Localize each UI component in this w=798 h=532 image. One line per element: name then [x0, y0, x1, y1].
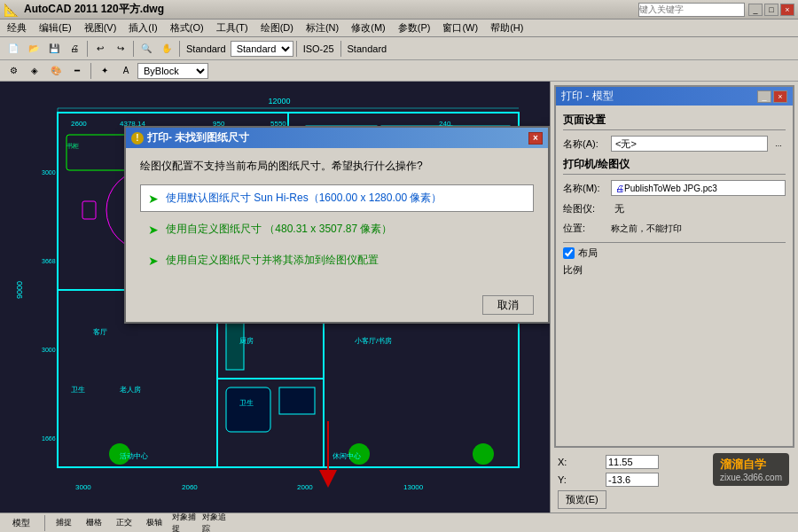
menu-draw[interactable]: 绘图(D)	[255, 20, 299, 35]
printer-name-text: PublishToWeb JPG.pc3	[624, 184, 717, 193]
sep-status	[44, 515, 45, 531]
arrow-icon-3: ➤	[148, 254, 159, 268]
match-button[interactable]: ✦	[95, 61, 114, 81]
printer-name-row: 名称(M): 🖨 PublishToWeb JPG.pc3	[563, 180, 786, 196]
watermark-subtitle: zixue.3d66.com	[720, 473, 782, 482]
polar-button[interactable]: 极轴	[141, 513, 168, 533]
standard-label2: Standard	[344, 43, 391, 54]
printer-name-value: 🖨 PublishToWeb JPG.pc3	[611, 180, 786, 196]
settings-button[interactable]: ⚙	[4, 61, 23, 81]
print-dialog-title: 打印 - 模型 _ ×	[556, 87, 793, 106]
add-button[interactable]: ...	[771, 137, 786, 151]
menu-view[interactable]: 视图(V)	[79, 20, 122, 35]
menu-bar: 经典 编辑(E) 视图(V) 插入(I) 格式(O) 工具(T) 绘图(D) 标…	[0, 20, 798, 37]
page-name-label: 名称(A):	[563, 137, 607, 151]
alert-option-1[interactable]: ➤ 使用默认图纸尺寸 Sun Hi-Res（1600.00 x 1280.00 …	[140, 184, 534, 212]
alert-close-button[interactable]: ×	[528, 132, 543, 145]
layout-checkbox-row: 布局	[563, 246, 786, 260]
print-button[interactable]: 🖨	[65, 39, 84, 59]
watermark-title: 溜溜自学	[720, 457, 782, 473]
toolbar-2: ⚙ ◈ 🎨 ━ ✦ A ByBlock	[0, 60, 798, 82]
preview-button[interactable]: 预览(E)	[558, 490, 606, 509]
zoom-button[interactable]: 🔍	[137, 39, 156, 59]
dialog-overlay: ! 打印- 未找到图纸尺寸 × 绘图仪配置不支持当前布局的图纸尺寸。希望执行什么…	[0, 82, 550, 512]
osnap-button[interactable]: 对象捕捉	[171, 513, 198, 533]
cancel-button[interactable]: 取消	[482, 295, 534, 315]
menu-tools[interactable]: 工具(T)	[211, 20, 254, 35]
page-setup-section: 页面设置	[563, 113, 786, 130]
layer-button[interactable]: ◈	[25, 61, 44, 81]
alert-option-3[interactable]: ➤ 使用自定义图纸尺寸并将其添加到绘图仪配置	[140, 246, 534, 274]
layout-label: 布局	[578, 246, 598, 260]
sep-5	[340, 41, 341, 57]
menu-insert[interactable]: 插入(I)	[123, 20, 162, 35]
page-name-row: 名称(A): <无> ...	[563, 136, 786, 152]
option-1-text: 使用默认图纸尺寸 Sun Hi-Res（1600.00 x 1280.00 像素…	[166, 191, 442, 206]
menu-params[interactable]: 参数(P)	[393, 20, 436, 35]
arrow-icon-2: ➤	[148, 223, 159, 237]
menu-dimension[interactable]: 标注(N)	[301, 20, 344, 35]
menu-format[interactable]: 格式(O)	[165, 20, 209, 35]
ortho-button[interactable]: 正交	[111, 513, 137, 533]
linetype-button[interactable]: ━	[67, 61, 87, 81]
snap-button[interactable]: 捕捉	[51, 513, 77, 533]
search-input[interactable]	[638, 3, 745, 17]
watermark: 溜溜自学 zixue.3d66.com	[713, 453, 789, 486]
scale-label: 比例	[563, 263, 607, 277]
printer-icon: 🖨	[615, 184, 624, 193]
alert-title: 打印- 未找到图纸尺寸	[147, 130, 249, 145]
app-title: AutoCAD 2011 120平方.dwg	[24, 2, 164, 17]
style-button[interactable]: A	[116, 61, 136, 81]
menu-window[interactable]: 窗口(W)	[437, 20, 483, 35]
toolbar-1: 📄 📂 💾 🖨 ↩ ↪ 🔍 ✋ Standard Standard ISO-25…	[0, 37, 798, 60]
menu-help[interactable]: 帮助(H)	[485, 20, 528, 35]
sep-2	[133, 41, 134, 57]
print-minimize[interactable]: _	[757, 90, 771, 103]
x-input[interactable]	[606, 455, 659, 469]
status-bar: 模型 捕捉 栅格 正交 极轴 对象捕捉 对象追踪	[0, 512, 798, 532]
model-tab[interactable]: 模型	[4, 513, 39, 533]
y-input[interactable]	[606, 473, 659, 487]
where-label: 位置:	[563, 222, 607, 235]
svg-marker-61	[319, 470, 337, 488]
open-button[interactable]: 📂	[24, 39, 43, 59]
printer-section: 打印机/绘图仪	[563, 157, 786, 175]
alert-content: 绘图仪配置不支持当前布局的图纸尺寸。希望执行什么操作? ➤ 使用默认图纸尺寸 S…	[126, 148, 548, 288]
otrack-button[interactable]: 对象追踪	[201, 513, 228, 533]
undo-button[interactable]: ↩	[90, 39, 110, 59]
new-button[interactable]: 📄	[4, 39, 23, 59]
color-button[interactable]: 🎨	[46, 61, 66, 81]
window-controls: _ □ ×	[748, 4, 794, 16]
layout-checkbox[interactable]	[563, 247, 575, 259]
print-close[interactable]: ×	[773, 90, 787, 103]
redo-button[interactable]: ↪	[111, 39, 130, 59]
grid-button[interactable]: 栅格	[81, 513, 107, 533]
page-name-value: <无>	[611, 136, 768, 152]
menu-classic[interactable]: 经典	[2, 20, 32, 35]
cad-canvas[interactable]: 12000 9000	[0, 82, 550, 512]
maximize-button[interactable]: □	[764, 4, 778, 16]
red-arrow	[301, 421, 355, 495]
option-3-text: 使用自定义图纸尺寸并将其添加到绘图仪配置	[166, 253, 379, 268]
layer-select[interactable]: Standard	[231, 41, 293, 57]
app-icon: 📐	[4, 3, 19, 17]
pan-button[interactable]: ✋	[157, 39, 176, 59]
close-button[interactable]: ×	[780, 4, 794, 16]
minimize-button[interactable]: _	[748, 4, 763, 16]
option-2-text: 使用自定义图纸尺寸 （480.31 x 3507.87 像素）	[166, 222, 392, 237]
menu-modify[interactable]: 修改(M)	[346, 20, 391, 35]
save-button[interactable]: 💾	[44, 39, 64, 59]
alert-option-2[interactable]: ➤ 使用自定义图纸尺寸 （480.31 x 3507.87 像素）	[140, 215, 534, 243]
right-panel: 打印 - 模型 _ × 页面设置 名称(A): <无> ... 打印机/绘图仪 …	[550, 82, 798, 512]
print-options-section: 布局 比例	[563, 242, 786, 277]
printer-name-label: 名称(M):	[563, 182, 607, 195]
color-select[interactable]: ByBlock	[137, 63, 208, 79]
menu-edit[interactable]: 编辑(E)	[34, 20, 77, 35]
sep-6	[90, 63, 91, 79]
title-bar: 📐 AutoCAD 2011 120平方.dwg _ □ ×	[0, 0, 798, 20]
sep-3	[179, 41, 180, 57]
print-dialog-title-text: 打印 - 模型	[561, 89, 614, 104]
plotter-label: 绘图仪:	[563, 202, 607, 215]
alert-title-bar: ! 打印- 未找到图纸尺寸 ×	[126, 128, 548, 148]
y-label: Y:	[558, 474, 602, 485]
